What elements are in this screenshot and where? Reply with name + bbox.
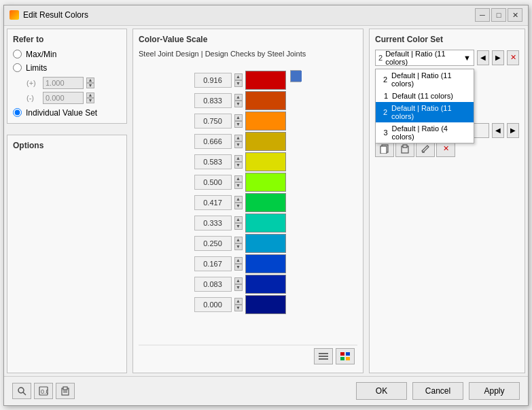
color-swatch-11[interactable]	[245, 295, 286, 314]
row-spinner-6: ▲ ▼	[234, 196, 243, 209]
spin-up-color-3[interactable]: ▲	[234, 135, 243, 141]
spin-up-color-0[interactable]: ▲	[234, 73, 243, 80]
spin-up-color-5[interactable]: ▲	[234, 175, 243, 182]
limit-minus-input[interactable]	[43, 92, 84, 104]
spin-up-color-4[interactable]: ▲	[234, 155, 243, 162]
dropdown-item-1[interactable]: 2 Default | Ratio (11 colors)	[376, 69, 474, 90]
color-swatch-2[interactable]	[245, 112, 286, 131]
ok-button[interactable]: OK	[356, 382, 407, 400]
value-input-4[interactable]	[194, 154, 232, 169]
dropdown-item-2[interactable]: 1 Default (11 colors)	[376, 90, 474, 102]
value-input-7[interactable]	[194, 216, 232, 230]
value-input-1[interactable]	[194, 93, 232, 108]
spin-down-color-5[interactable]: ▼	[234, 182, 243, 189]
spin-down-color-11[interactable]: ▼	[234, 305, 243, 311]
spin-down-color-10[interactable]: ▼	[234, 284, 243, 291]
icon-btn-bars[interactable]	[314, 348, 333, 364]
cancel-button[interactable]: Cancel	[412, 382, 463, 400]
radio-limits-input[interactable]	[13, 63, 22, 72]
svg-line-13	[23, 392, 26, 395]
spin-up-color-8[interactable]: ▲	[234, 237, 243, 243]
color-swatch-7[interactable]	[245, 213, 286, 233]
slider-thumb-bottom[interactable]	[291, 71, 302, 82]
color-swatch-9[interactable]	[245, 254, 286, 273]
close-button[interactable]: ✕	[508, 8, 522, 22]
title-bar-left: Edit Result Colors	[10, 10, 88, 20]
value-input-8[interactable]	[194, 236, 232, 251]
spin-down-color-9[interactable]: ▼	[234, 264, 243, 271]
color-row: ▲ ▼	[194, 254, 286, 274]
color-swatch-3[interactable]	[245, 132, 286, 151]
color-swatch-4[interactable]	[245, 152, 286, 171]
spin-down-color-3[interactable]: ▼	[234, 141, 243, 148]
spin-up-minus[interactable]: ▲	[86, 92, 94, 98]
color-swatch-5[interactable]	[245, 173, 286, 192]
options-title: Options	[13, 141, 121, 150]
color-swatch-10[interactable]	[245, 275, 286, 294]
color-scale-container: ▲ ▼ ▲ ▼ ▲ ▼ ▲ ▼	[194, 70, 302, 315]
value-input-11[interactable]	[194, 297, 232, 312]
value-input-3[interactable]	[194, 134, 232, 149]
spin-up-color-10[interactable]: ▲	[234, 277, 243, 284]
dropdown-arrow-icon: ▼	[463, 54, 471, 62]
spin-up[interactable]: ▲	[86, 78, 94, 83]
spin-down-color-0[interactable]: ▼	[234, 80, 243, 87]
number-icon-button[interactable]: 0.0	[34, 383, 53, 399]
spin-down-minus[interactable]: ▼	[86, 98, 94, 103]
delete-color-set-button[interactable]: ✕	[507, 50, 519, 65]
spin-down-color-7[interactable]: ▼	[234, 223, 243, 230]
radio-individual-input[interactable]	[13, 108, 22, 117]
color-set-dropdown[interactable]: 2 Default | Ratio (11 colors) ▼	[375, 50, 474, 66]
color-swatch-6[interactable]	[245, 193, 286, 212]
spin-down-color-6[interactable]: ▼	[234, 203, 243, 209]
spin-down-color-8[interactable]: ▼	[234, 243, 243, 250]
spin-up-color-2[interactable]: ▲	[234, 114, 243, 121]
next-value-button[interactable]: ▶	[507, 123, 519, 138]
row-spinner-1: ▲ ▼	[234, 94, 243, 107]
dropdown-wrapper: 2 Default | Ratio (11 colors) ▼ 2 Defaul…	[375, 50, 474, 66]
apply-button[interactable]: Apply	[469, 382, 520, 400]
search-icon-button[interactable]	[12, 383, 31, 399]
color-row: ▲ ▼	[194, 274, 286, 294]
value-input-0[interactable]	[194, 73, 232, 88]
value-input-2[interactable]	[194, 114, 232, 129]
refer-to-section: Refer to Max/Min Limits (+)	[7, 29, 127, 124]
radio-individual[interactable]: Individual Value Set	[13, 108, 121, 118]
color-swatch-0[interactable]	[245, 71, 286, 90]
spin-down[interactable]: ▼	[86, 83, 94, 88]
value-input-9[interactable]	[194, 256, 232, 271]
spin-down-color-2[interactable]: ▼	[234, 121, 243, 128]
spin-up-color-11[interactable]: ▲	[234, 298, 243, 305]
next-color-set-button[interactable]: ▶	[492, 50, 504, 65]
bottom-left: 0.0	[12, 383, 75, 399]
radio-maxmin-input[interactable]	[13, 50, 22, 58]
value-input-6[interactable]	[194, 195, 232, 210]
limit-minus-spinner: ▲ ▼	[86, 92, 94, 103]
prev-value-button[interactable]: ◀	[492, 123, 504, 138]
radio-limits[interactable]: Limits	[13, 63, 121, 73]
color-row: ▲ ▼	[194, 172, 286, 192]
minimize-button[interactable]: ─	[475, 8, 490, 22]
dropdown-item-4[interactable]: 3 Default | Ratio (4 colors)	[376, 122, 474, 143]
right-panel: Current Color Set 2 Default | Ratio (11 …	[369, 29, 525, 373]
limit-plus-input[interactable]	[43, 77, 84, 89]
spin-up-color-7[interactable]: ▲	[234, 216, 243, 223]
value-input-5[interactable]	[194, 175, 232, 190]
spin-down-color-1[interactable]: ▼	[234, 101, 243, 107]
spin-down-color-4[interactable]: ▼	[234, 162, 243, 169]
item-num-2: 1	[380, 92, 388, 100]
color-swatch-8[interactable]	[245, 234, 286, 253]
icon-btn-palette[interactable]	[336, 348, 355, 364]
spin-up-color-1[interactable]: ▲	[234, 94, 243, 101]
svg-rect-1	[319, 356, 328, 357]
item-label-2: Default (11 colors)	[392, 92, 453, 100]
prev-color-set-button[interactable]: ◀	[477, 50, 489, 65]
maximize-button[interactable]: □	[491, 8, 506, 22]
radio-maxmin[interactable]: Max/Min	[13, 50, 121, 59]
dropdown-item-3[interactable]: 2 Default | Ratio (11 colors)	[376, 102, 474, 122]
value-input-10[interactable]	[194, 277, 232, 292]
clipboard-icon-button[interactable]	[56, 383, 75, 399]
spin-up-color-9[interactable]: ▲	[234, 257, 243, 264]
spin-up-color-6[interactable]: ▲	[234, 196, 243, 203]
color-swatch-1[interactable]	[245, 91, 286, 110]
